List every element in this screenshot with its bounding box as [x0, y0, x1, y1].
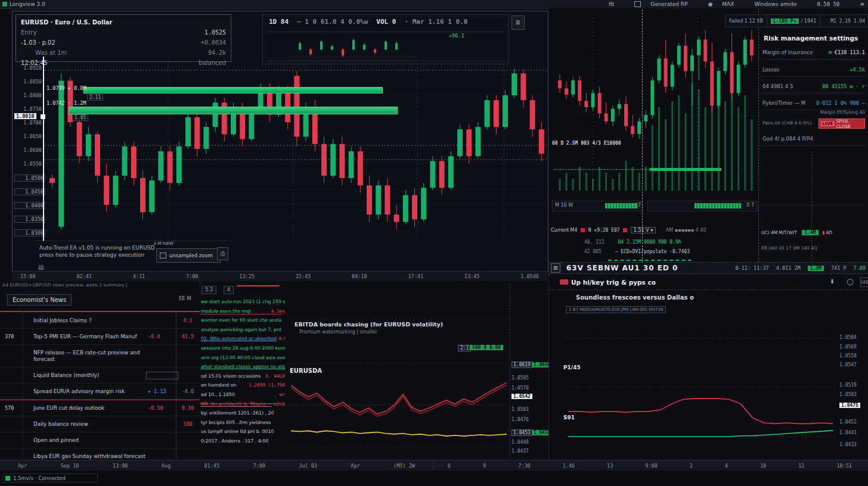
- status-bar: 1.5mv/s · Connected: [0, 471, 868, 486]
- risk-panel-title: Risk management settings: [764, 35, 858, 42]
- menu-item-fit[interactable]: fit: [609, 1, 614, 7]
- equity-line-chart[interactable]: [288, 316, 510, 459]
- list-icon[interactable]: ≣: [551, 263, 560, 273]
- news-row[interactable]: Initial Jobless Claims ?4:1: [0, 313, 200, 329]
- fill-row: 40. 212 04 2.15M 0000 900 0.9A: [584, 239, 681, 245]
- risk-panel: Risk management settings Margin of insur…: [758, 8, 868, 262]
- divider: [0, 311, 200, 312]
- news-row[interactable]: Spread EUR/A advisory margin risk+ 1.13-…: [0, 384, 200, 400]
- news-row[interactable]: Daily balance review100: [0, 416, 200, 432]
- time-label: 4:11: [133, 273, 145, 279]
- position-bar[interactable]: [83, 87, 383, 94]
- news-filter-line: A4 EURUSD+GBPUSD news preview, week 2 su…: [2, 282, 128, 288]
- grid-icon[interactable]: [634, 1, 641, 7]
- news-row-text: June EUR cut delay outlook: [33, 405, 157, 412]
- news-row[interactable]: NFP release — ECB rate-cut preview and f…: [0, 345, 200, 367]
- journal-line: sessions into 26 aug 6:00 2000 kuns: [201, 344, 285, 353]
- menubar: Longview 3.0 fit Generated RP ◉ MAX Wind…: [0, 0, 868, 9]
- pane-title: 63V SEBNW AU1 30 ED 0: [566, 264, 678, 272]
- menu-icon[interactable]: ≡: [860, 1, 864, 7]
- time-label: 13:00: [113, 463, 128, 469]
- risk-row: Margin of insurance ≋ €138 113.1: [761, 45, 866, 60]
- chart-corner-icon[interactable]: ▤: [38, 264, 44, 270]
- crosshair-price-label: 1.0610: [14, 113, 36, 119]
- journal-tab[interactable]: 5.3: [202, 286, 216, 294]
- levels-icon[interactable]: ≋: [828, 49, 833, 55]
- news-header[interactable]: Economist's News: [7, 294, 72, 306]
- journal-text: what standard classic approx no algorith…: [201, 362, 285, 372]
- time-label: Aug: [162, 463, 170, 469]
- candlestick-chart-main[interactable]: [45, 57, 547, 241]
- price-label: 1.0650: [14, 133, 42, 139]
- fill-gauge: 0 7: [647, 201, 757, 211]
- clock-readout: 0.58 50: [817, 1, 840, 7]
- trading-terminal: Longview 3.0 fit Generated RP ◉ MAX Wind…: [0, 0, 868, 486]
- news-row[interactable]: Open and pinned: [0, 432, 200, 448]
- equity-chart-panel: EBITDA boards chasing (for EURUSD volati…: [286, 284, 547, 459]
- divider: [549, 289, 868, 290]
- download-icon[interactable]: ⬇: [828, 278, 836, 286]
- drawdown-title: Soundless frescoes versus Dallas o: [576, 294, 694, 301]
- live-toggle[interactable]: LED: [860, 278, 868, 287]
- risk-row-label: Pylori/Timer — M: [762, 100, 805, 106]
- time-label: 13:25: [239, 273, 255, 279]
- journal-text: od 15.01 vision occasions: [201, 372, 261, 381]
- symbol-row-label: -1.03 · p.02: [21, 38, 55, 48]
- report-icon[interactable]: 🗎: [512, 15, 525, 30]
- ea-status-line2[interactable]: press here to pause strategy execution: [39, 252, 144, 258]
- drawdown-panel: Up hi/key trig & pyps co ⬇ ◯ LED Soundle…: [548, 274, 868, 459]
- price-scale: 1.09201.08501.08001.07501.07001.06501.06…: [12, 57, 45, 242]
- price-label: 1.0850: [14, 79, 42, 85]
- close-order-button[interactable]: LIVE SP/UL · CLOSE: [819, 119, 865, 129]
- divider: [200, 403, 282, 404]
- order-row: Current M4 N +9:20 E07 1.51 V ▾ AM ▪▪▪▪▪…: [551, 228, 706, 233]
- clipboard-icon[interactable]: ⎙: [217, 247, 228, 260]
- journal-tab[interactable]: 4: [224, 286, 234, 294]
- active-tab-indicator: [237, 285, 280, 286]
- gauge-value: 7: [638, 202, 641, 208]
- connection-label: 1.5mv/s · Connected: [13, 475, 66, 481]
- pane-stat-green: 7.09: [854, 265, 866, 271]
- drawdown-line-chart[interactable]: [566, 316, 835, 459]
- news-row[interactable]: Liquid Balance (monthly): [0, 367, 200, 384]
- news-row[interactable]: 370Top-5 PMI EUR — Germany Flash Manuf-0…: [0, 329, 200, 345]
- news-row-number: 570: [5, 405, 14, 411]
- gauge-fill: [605, 203, 638, 208]
- news-row-text: Open and pinned: [33, 437, 157, 444]
- circle-icon[interactable]: ◯: [846, 278, 854, 286]
- menu-item-generated[interactable]: Generated RP: [650, 1, 687, 7]
- time-label: 9:00: [645, 463, 657, 469]
- time-label: 17:41: [408, 273, 423, 279]
- price-label: 1.0450: [14, 188, 45, 195]
- unsampled-zoom-button[interactable]: unsampled zoom: [156, 248, 221, 263]
- bottom-time-axis: AprSep 1013:00Aug01:457:00Jul 03Apr(M5) …: [0, 460, 868, 472]
- strategy-tag[interactable]: 1 B7 M0034/MUSTG-018 JPM L4M 001 M4738: [566, 306, 666, 313]
- journal-line: MR. An architect), b. Tilsons —mind.5: [201, 400, 285, 409]
- spark-gain-label: +96.1: [449, 33, 464, 39]
- time-label: Sep 10: [61, 463, 79, 469]
- time-label: Jul 03: [299, 463, 317, 469]
- journal-text: 01. Who automated or absorbed: [201, 334, 277, 344]
- risk-row-value: 0-012 1 0% 900 —: [816, 100, 865, 106]
- news-row-text: NFP release — ECB rate-cut preview and f…: [33, 350, 157, 363]
- connection-status[interactable]: 1.5mv/s · Connected: [2, 473, 98, 482]
- menu-item-max[interactable]: MAX: [722, 1, 734, 7]
- risk-row-label: Losses: [762, 67, 779, 73]
- quote-cell: M1 2.19 1.94: [827, 15, 868, 27]
- news-row-text: Top-5 PMI EUR — Germany Flash Manuf: [33, 334, 157, 340]
- crosshair-marker: [41, 114, 45, 119]
- news-row[interactable]: 570June EUR cut delay outlook-0.500.10: [0, 400, 200, 416]
- bell-icon[interactable]: ◉: [708, 1, 712, 7]
- lot-size-select[interactable]: 1.51 V ▾: [631, 227, 656, 233]
- position-bar[interactable]: [69, 107, 398, 114]
- journal-value: mind.5: [274, 400, 285, 409]
- time-label: 1.0540: [520, 273, 539, 279]
- overview-stat: VOL 0: [376, 18, 396, 26]
- price-label: 1.0550: [14, 161, 42, 167]
- pane-stat: 0-11: 11:37: [735, 265, 768, 271]
- risk-row-label: Margin of insurance: [762, 49, 813, 55]
- menu-item-window-mode[interactable]: Windows amide: [754, 1, 796, 7]
- bid-badge: L-105 P+: [771, 18, 799, 24]
- fill-row-value: 04 2.15M 0000 900 0.9A: [618, 239, 681, 245]
- journal-line: tyr brcipts 605 ..frm yieldness: [201, 418, 285, 428]
